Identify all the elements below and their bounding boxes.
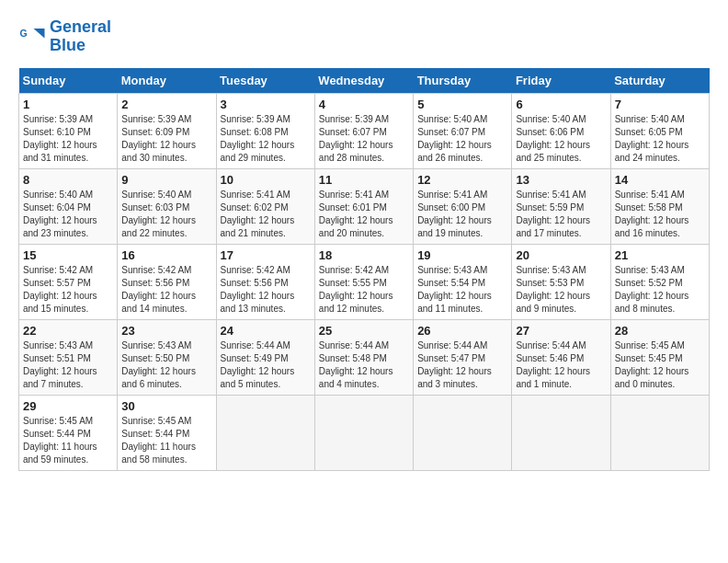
day-number: 24 xyxy=(221,324,311,338)
day-number: 17 xyxy=(221,248,311,262)
day-info: Sunrise: 5:45 AMSunset: 5:44 PMDaylight:… xyxy=(121,415,211,466)
calendar-cell: 10Sunrise: 5:41 AMSunset: 6:02 PMDayligh… xyxy=(216,168,314,244)
calendar-week-2: 8Sunrise: 5:40 AMSunset: 6:04 PMDaylight… xyxy=(19,168,710,244)
calendar-cell: 18Sunrise: 5:42 AMSunset: 5:55 PMDayligh… xyxy=(314,244,413,319)
day-info: Sunrise: 5:41 AMSunset: 6:02 PMDaylight:… xyxy=(221,189,311,240)
day-info: Sunrise: 5:45 AMSunset: 5:44 PMDaylight:… xyxy=(23,415,113,466)
logo-text: General Blue xyxy=(50,18,111,55)
weekday-header-thursday: Thursday xyxy=(414,68,512,94)
calendar-cell: 26Sunrise: 5:44 AMSunset: 5:47 PMDayligh… xyxy=(414,319,512,395)
calendar-table: SundayMondayTuesdayWednesdayThursdayFrid… xyxy=(18,68,710,471)
calendar-cell: 21Sunrise: 5:43 AMSunset: 5:52 PMDayligh… xyxy=(610,244,709,319)
calendar-cell: 17Sunrise: 5:42 AMSunset: 5:56 PMDayligh… xyxy=(216,244,314,319)
day-info: Sunrise: 5:40 AMSunset: 6:06 PMDaylight:… xyxy=(516,113,606,165)
calendar-cell: 2Sunrise: 5:39 AMSunset: 6:09 PMDaylight… xyxy=(118,93,216,168)
calendar-cell: 8Sunrise: 5:40 AMSunset: 6:04 PMDaylight… xyxy=(19,168,118,244)
calendar-cell: 29Sunrise: 5:45 AMSunset: 5:44 PMDayligh… xyxy=(19,395,118,470)
logo-icon: G xyxy=(18,23,46,51)
day-info: Sunrise: 5:43 AMSunset: 5:51 PMDaylight:… xyxy=(23,339,113,391)
calendar-cell xyxy=(314,395,413,470)
calendar-cell: 13Sunrise: 5:41 AMSunset: 5:59 PMDayligh… xyxy=(512,168,610,244)
calendar-cell: 28Sunrise: 5:45 AMSunset: 5:45 PMDayligh… xyxy=(610,319,709,395)
day-info: Sunrise: 5:42 AMSunset: 5:56 PMDaylight:… xyxy=(221,264,311,316)
svg-marker-1 xyxy=(34,29,45,39)
logo: G General Blue xyxy=(18,18,111,55)
weekday-header-row: SundayMondayTuesdayWednesdayThursdayFrid… xyxy=(19,68,710,94)
calendar-week-5: 29Sunrise: 5:45 AMSunset: 5:44 PMDayligh… xyxy=(19,395,710,470)
calendar-cell xyxy=(216,395,314,470)
calendar-cell: 27Sunrise: 5:44 AMSunset: 5:46 PMDayligh… xyxy=(512,319,610,395)
day-info: Sunrise: 5:41 AMSunset: 6:01 PMDaylight:… xyxy=(319,189,409,240)
day-info: Sunrise: 5:43 AMSunset: 5:52 PMDaylight:… xyxy=(615,264,705,316)
day-info: Sunrise: 5:42 AMSunset: 5:56 PMDaylight:… xyxy=(121,264,211,316)
day-info: Sunrise: 5:39 AMSunset: 6:07 PMDaylight:… xyxy=(319,113,409,165)
svg-text:G: G xyxy=(20,28,28,39)
day-number: 20 xyxy=(516,248,606,262)
calendar-week-4: 22Sunrise: 5:43 AMSunset: 5:51 PMDayligh… xyxy=(19,319,710,395)
weekday-header-saturday: Saturday xyxy=(610,68,709,94)
day-info: Sunrise: 5:41 AMSunset: 6:00 PMDaylight:… xyxy=(417,189,507,240)
calendar-cell: 1Sunrise: 5:39 AMSunset: 6:10 PMDaylight… xyxy=(19,93,118,168)
day-info: Sunrise: 5:45 AMSunset: 5:45 PMDaylight:… xyxy=(615,339,705,391)
day-info: Sunrise: 5:44 AMSunset: 5:49 PMDaylight:… xyxy=(221,339,311,391)
day-info: Sunrise: 5:42 AMSunset: 5:57 PMDaylight:… xyxy=(23,264,113,316)
day-number: 27 xyxy=(516,324,606,338)
day-number: 3 xyxy=(221,98,311,111)
calendar-cell: 15Sunrise: 5:42 AMSunset: 5:57 PMDayligh… xyxy=(19,244,118,319)
day-number: 30 xyxy=(121,399,211,413)
day-info: Sunrise: 5:41 AMSunset: 5:58 PMDaylight:… xyxy=(615,189,705,240)
day-info: Sunrise: 5:39 AMSunset: 6:09 PMDaylight:… xyxy=(121,113,211,165)
day-info: Sunrise: 5:40 AMSunset: 6:03 PMDaylight:… xyxy=(121,189,211,240)
day-number: 13 xyxy=(516,173,606,187)
day-number: 1 xyxy=(23,98,113,111)
day-number: 4 xyxy=(319,98,409,111)
calendar-cell: 9Sunrise: 5:40 AMSunset: 6:03 PMDaylight… xyxy=(118,168,216,244)
weekday-header-sunday: Sunday xyxy=(19,68,118,94)
day-number: 26 xyxy=(417,324,507,338)
calendar-cell: 7Sunrise: 5:40 AMSunset: 6:05 PMDaylight… xyxy=(610,93,709,168)
day-number: 7 xyxy=(615,98,705,111)
calendar-cell: 16Sunrise: 5:42 AMSunset: 5:56 PMDayligh… xyxy=(118,244,216,319)
calendar-cell xyxy=(414,395,512,470)
calendar-cell: 6Sunrise: 5:40 AMSunset: 6:06 PMDaylight… xyxy=(512,93,610,168)
day-info: Sunrise: 5:43 AMSunset: 5:50 PMDaylight:… xyxy=(121,339,211,391)
day-number: 15 xyxy=(23,248,113,262)
weekday-header-tuesday: Tuesday xyxy=(216,68,314,94)
day-number: 11 xyxy=(319,173,409,187)
calendar-cell xyxy=(512,395,610,470)
calendar-week-3: 15Sunrise: 5:42 AMSunset: 5:57 PMDayligh… xyxy=(19,244,710,319)
day-number: 22 xyxy=(23,324,113,338)
calendar-cell: 14Sunrise: 5:41 AMSunset: 5:58 PMDayligh… xyxy=(610,168,709,244)
weekday-header-monday: Monday xyxy=(118,68,216,94)
day-number: 28 xyxy=(615,324,705,338)
day-number: 5 xyxy=(417,98,507,111)
day-number: 8 xyxy=(23,173,113,187)
day-info: Sunrise: 5:44 AMSunset: 5:48 PMDaylight:… xyxy=(319,339,409,391)
day-info: Sunrise: 5:41 AMSunset: 5:59 PMDaylight:… xyxy=(516,189,606,240)
day-number: 10 xyxy=(221,173,311,187)
day-number: 25 xyxy=(319,324,409,338)
calendar-cell: 19Sunrise: 5:43 AMSunset: 5:54 PMDayligh… xyxy=(414,244,512,319)
calendar-cell: 12Sunrise: 5:41 AMSunset: 6:00 PMDayligh… xyxy=(414,168,512,244)
calendar-cell: 24Sunrise: 5:44 AMSunset: 5:49 PMDayligh… xyxy=(216,319,314,395)
calendar-cell: 3Sunrise: 5:39 AMSunset: 6:08 PMDaylight… xyxy=(216,93,314,168)
day-number: 6 xyxy=(516,98,606,111)
day-info: Sunrise: 5:40 AMSunset: 6:05 PMDaylight:… xyxy=(615,113,705,165)
day-number: 16 xyxy=(121,248,211,262)
calendar-cell: 30Sunrise: 5:45 AMSunset: 5:44 PMDayligh… xyxy=(118,395,216,470)
day-number: 29 xyxy=(23,399,113,413)
day-number: 19 xyxy=(417,248,507,262)
day-number: 18 xyxy=(319,248,409,262)
day-info: Sunrise: 5:43 AMSunset: 5:53 PMDaylight:… xyxy=(516,264,606,316)
day-number: 23 xyxy=(121,324,211,338)
day-info: Sunrise: 5:44 AMSunset: 5:46 PMDaylight:… xyxy=(516,339,606,391)
calendar-cell: 11Sunrise: 5:41 AMSunset: 6:01 PMDayligh… xyxy=(314,168,413,244)
calendar-cell: 22Sunrise: 5:43 AMSunset: 5:51 PMDayligh… xyxy=(19,319,118,395)
calendar-cell: 25Sunrise: 5:44 AMSunset: 5:48 PMDayligh… xyxy=(314,319,413,395)
day-info: Sunrise: 5:39 AMSunset: 6:08 PMDaylight:… xyxy=(221,113,311,165)
calendar-cell xyxy=(610,395,709,470)
day-info: Sunrise: 5:43 AMSunset: 5:54 PMDaylight:… xyxy=(417,264,507,316)
day-number: 2 xyxy=(121,98,211,111)
calendar-body: 1Sunrise: 5:39 AMSunset: 6:10 PMDaylight… xyxy=(19,93,710,470)
calendar-cell: 4Sunrise: 5:39 AMSunset: 6:07 PMDaylight… xyxy=(314,93,413,168)
